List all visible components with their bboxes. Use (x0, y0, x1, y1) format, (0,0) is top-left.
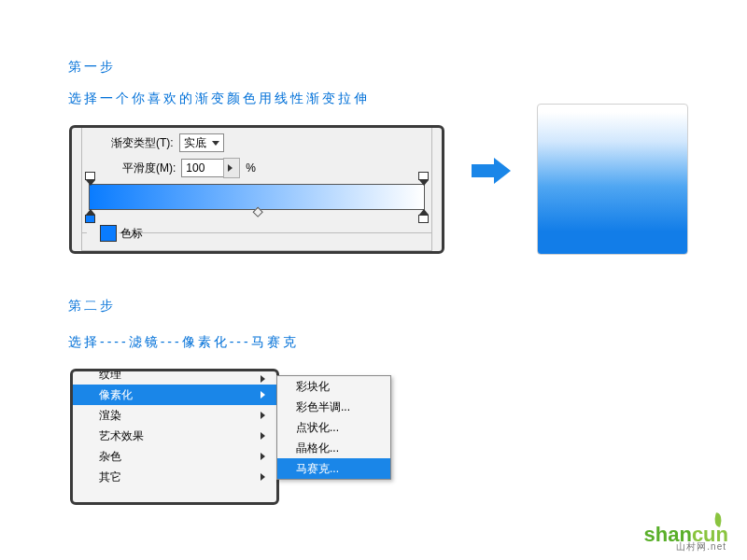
chevron-right-icon (261, 375, 265, 383)
color-swatch-icon[interactable] (100, 225, 117, 242)
chevron-right-icon (261, 432, 265, 440)
step1-desc: 选择一个你喜欢的渐变颜色用线性渐变拉伸 (68, 91, 370, 107)
watermark-subtext: 山村网.net (676, 540, 726, 553)
opacity-stop-left[interactable] (85, 172, 95, 185)
filter-menu-item-noise[interactable]: 杂色 (73, 446, 276, 467)
gradient-preview-bar[interactable] (89, 184, 425, 210)
step2-title: 第二步 (68, 298, 116, 315)
filter-menu: 纹理 像素化 渲染 艺术效果 杂色 其它 (70, 369, 279, 505)
filter-menu-item-render[interactable]: 渲染 (73, 405, 276, 426)
step2-desc: 选择----滤镜---像素化---马赛克 (68, 334, 299, 351)
pixelate-submenu: 彩块化 彩色半调... 点状化... 晶格化... 马赛克... (276, 375, 391, 480)
filter-menu-item-pixelate[interactable]: 像素化 (73, 385, 276, 405)
chevron-right-icon (261, 412, 265, 419)
submenu-item-crystallize[interactable]: 晶格化... (277, 438, 390, 458)
submenu-item-mosaic[interactable]: 马赛克... (277, 458, 390, 479)
color-stop-right[interactable] (418, 209, 429, 222)
opacity-stop-right[interactable] (418, 172, 429, 185)
arrow-right-icon (472, 164, 494, 177)
filter-menu-item-other[interactable]: 其它 (73, 467, 276, 487)
chevron-right-icon (261, 391, 265, 399)
filter-menu-item-artistic[interactable]: 艺术效果 (73, 426, 276, 446)
gradient-editor-panel: 渐变类型(T): 实底 平滑度(M): 100 % 色标 (69, 125, 444, 254)
submenu-item-pointillize[interactable]: 点状化... (277, 417, 390, 438)
color-stop-left[interactable] (85, 209, 95, 222)
color-swatch-section: 色标 (100, 225, 143, 242)
submenu-item-facet[interactable]: 彩块化 (277, 376, 390, 397)
chevron-right-icon (261, 453, 265, 460)
step1-title: 第一步 (68, 59, 116, 76)
gradient-result-preview (537, 104, 688, 255)
color-swatch-label: 色标 (120, 226, 143, 242)
filter-menu-item-texture[interactable]: 纹理 (73, 371, 276, 385)
submenu-item-color-halftone[interactable]: 彩色半调... (277, 397, 390, 417)
chevron-right-icon (261, 473, 265, 481)
